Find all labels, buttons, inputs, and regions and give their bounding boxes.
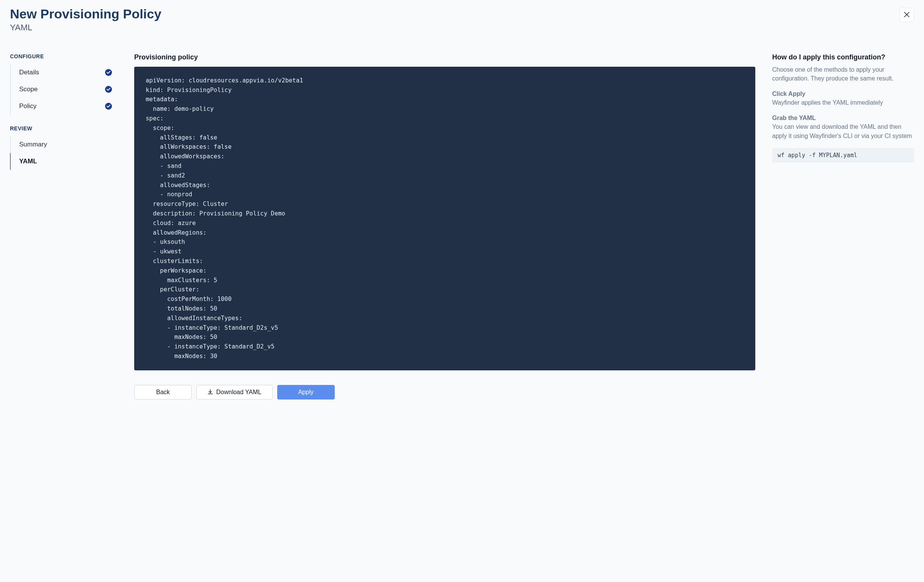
nav-item-label: Scope bbox=[19, 86, 38, 93]
modal-header: New Provisioning Policy YAML bbox=[10, 6, 914, 33]
check-icon bbox=[105, 103, 112, 110]
wizard-nav: CONFIGURE Details Scope Policy bbox=[10, 53, 117, 399]
new-provisioning-policy-modal: New Provisioning Policy YAML CONFIGURE D… bbox=[0, 0, 924, 582]
close-button[interactable] bbox=[899, 8, 914, 22]
help-method1-title: Click Apply bbox=[772, 91, 914, 97]
help-method2-desc: You can view and download the YAML and t… bbox=[772, 122, 914, 140]
yaml-panel: Provisioning policy apiVersion: cloudres… bbox=[134, 53, 755, 399]
check-icon bbox=[105, 69, 112, 76]
page-subtitle: YAML bbox=[10, 23, 162, 33]
page-title: New Provisioning Policy bbox=[10, 6, 162, 22]
yaml-editor[interactable]: apiVersion: cloudresources.appvia.io/v2b… bbox=[134, 67, 755, 370]
help-method1-desc: Wayfinder applies the YAML immediately bbox=[772, 98, 914, 107]
nav-item-label: Policy bbox=[19, 102, 36, 110]
nav-group-review: Summary YAML bbox=[10, 136, 117, 170]
center-heading: Provisioning policy bbox=[134, 53, 755, 61]
help-method2-title: Grab the YAML bbox=[772, 115, 914, 122]
help-panel: How do I apply this configuration? Choos… bbox=[772, 53, 914, 399]
apply-button[interactable]: Apply bbox=[277, 385, 335, 399]
nav-item-label: Summary bbox=[19, 141, 47, 148]
action-buttons: Back Download YAML Apply bbox=[134, 385, 755, 399]
nav-item-policy[interactable]: Policy bbox=[11, 98, 117, 115]
check-icon bbox=[105, 86, 112, 93]
download-yaml-label: Download YAML bbox=[216, 389, 261, 396]
cli-command[interactable]: wf apply -f MYPLAN.yaml bbox=[772, 148, 914, 163]
nav-section-review-label: REVIEW bbox=[10, 125, 117, 132]
help-intro: Choose one of the methods to apply your … bbox=[772, 65, 914, 83]
close-icon bbox=[904, 11, 909, 19]
download-yaml-button[interactable]: Download YAML bbox=[196, 385, 272, 399]
nav-group-configure: Details Scope Policy bbox=[10, 64, 117, 115]
nav-item-scope[interactable]: Scope bbox=[11, 81, 117, 98]
nav-item-details[interactable]: Details bbox=[11, 64, 117, 81]
back-button[interactable]: Back bbox=[134, 385, 192, 399]
nav-section-configure-label: CONFIGURE bbox=[10, 53, 117, 59]
nav-item-label: Details bbox=[19, 69, 39, 76]
nav-item-yaml[interactable]: YAML bbox=[11, 153, 117, 170]
help-heading: How do I apply this configuration? bbox=[772, 53, 914, 61]
download-icon bbox=[208, 389, 213, 395]
nav-item-summary[interactable]: Summary bbox=[11, 136, 117, 153]
nav-item-label: YAML bbox=[19, 158, 37, 165]
